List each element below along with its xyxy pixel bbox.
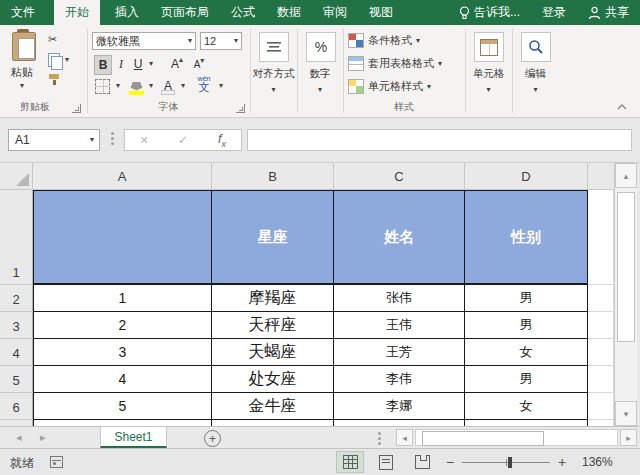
normal-view-button[interactable] xyxy=(336,451,364,473)
row-header[interactable]: 2 xyxy=(0,285,33,312)
scroll-down-button[interactable]: ▾ xyxy=(615,401,637,426)
sheet-tab-sheet1[interactable]: Sheet1 xyxy=(100,427,167,448)
font-size-select[interactable]: 12 ▾ xyxy=(200,32,242,50)
cell[interactable] xyxy=(588,312,614,339)
cell[interactable]: 姓名 xyxy=(334,190,465,285)
cell[interactable] xyxy=(588,366,614,393)
vertical-scrollbar[interactable]: ▴ ▾ xyxy=(614,163,637,426)
column-header-B[interactable]: B xyxy=(212,163,334,189)
cell[interactable]: 张伟 xyxy=(334,285,465,312)
cells-group[interactable]: 单元格 ▾ xyxy=(466,25,511,117)
font-color-button[interactable]: A xyxy=(160,77,176,95)
cell[interactable]: 李伟 xyxy=(334,366,465,393)
cell[interactable] xyxy=(33,190,212,285)
select-all-corner[interactable] xyxy=(0,163,33,189)
tab-page-layout[interactable]: 页面布局 xyxy=(150,0,220,25)
tab-review[interactable]: 审阅 xyxy=(312,0,358,25)
cell[interactable]: 2 xyxy=(33,312,212,339)
row-header[interactable]: 5 xyxy=(0,366,33,393)
borders-button[interactable] xyxy=(94,77,111,95)
underline-dropdown[interactable]: ▾ xyxy=(146,55,156,73)
scroll-left-button[interactable]: ◂ xyxy=(396,429,413,446)
sheet-next-button[interactable]: ▸ xyxy=(40,431,46,444)
cell-styles-button[interactable]: 单元格样式 ▾ xyxy=(348,79,431,94)
editing-group[interactable]: 编辑 ▾ xyxy=(513,25,558,117)
cell[interactable]: 天蝎座 xyxy=(212,339,334,366)
vertical-scroll-thumb[interactable] xyxy=(617,192,635,342)
column-header-D[interactable]: D xyxy=(465,163,588,189)
cell[interactable] xyxy=(588,285,614,312)
tab-view[interactable]: 视图 xyxy=(358,0,404,25)
clipboard-dialog-launcher[interactable] xyxy=(72,104,81,113)
cell[interactable]: 摩羯座 xyxy=(212,285,334,312)
italic-button[interactable]: I xyxy=(114,55,128,73)
phonetic-dropdown[interactable]: ▾ xyxy=(216,77,226,95)
cell[interactable]: 王伟 xyxy=(334,312,465,339)
zoom-in-button[interactable]: + xyxy=(558,454,566,470)
bold-button[interactable]: B xyxy=(94,55,112,75)
cell[interactable]: 4 xyxy=(33,366,212,393)
zoom-slider[interactable] xyxy=(462,462,550,463)
tab-insert[interactable]: 插入 xyxy=(104,0,150,25)
fill-color-button[interactable] xyxy=(128,77,145,95)
font-color-dropdown[interactable]: ▾ xyxy=(178,77,188,95)
formula-input[interactable] xyxy=(247,129,632,151)
phonetic-guide-button[interactable]: wén 文 xyxy=(194,75,214,93)
share-button[interactable]: 共享 xyxy=(577,0,640,25)
column-header-E-sliver[interactable] xyxy=(588,163,614,189)
tab-data[interactable]: 数据 xyxy=(266,0,312,25)
cell[interactable] xyxy=(588,190,614,285)
format-as-table-button[interactable]: 套用表格格式 ▾ xyxy=(348,56,442,71)
cell[interactable] xyxy=(588,393,614,420)
cell[interactable]: 王芳 xyxy=(334,339,465,366)
copy-button[interactable]: ▾ xyxy=(48,53,69,67)
font-dialog-launcher[interactable] xyxy=(236,104,245,113)
cut-button[interactable]: ✂ xyxy=(48,33,57,46)
scroll-up-button[interactable]: ▴ xyxy=(615,163,637,188)
cell[interactable]: 5 xyxy=(33,393,212,420)
row-header[interactable]: 3 xyxy=(0,312,33,339)
column-header-A[interactable]: A xyxy=(33,163,212,189)
zoom-out-button[interactable]: − xyxy=(446,454,454,470)
tab-home[interactable]: 开始 xyxy=(54,0,100,25)
horizontal-scroll-thumb[interactable] xyxy=(422,431,544,446)
collapse-ribbon-button[interactable] xyxy=(616,101,628,113)
cell[interactable]: 男 xyxy=(465,366,588,393)
number-group[interactable]: % 数字 ▾ xyxy=(298,25,342,117)
new-sheet-button[interactable]: + xyxy=(204,430,221,447)
conditional-formatting-button[interactable]: 条件格式 ▾ xyxy=(348,33,420,48)
row-header[interactable]: 1 xyxy=(0,190,33,285)
page-break-view-button[interactable] xyxy=(408,451,436,473)
column-header-C[interactable]: C xyxy=(334,163,465,189)
decrease-font-button[interactable]: A▾ xyxy=(190,55,208,73)
sign-in-button[interactable]: 登录 xyxy=(531,0,577,25)
macro-record-icon[interactable] xyxy=(50,456,63,468)
cell[interactable]: 李娜 xyxy=(334,393,465,420)
cell[interactable] xyxy=(588,339,614,366)
sheet-prev-button[interactable]: ◂ xyxy=(16,431,22,444)
paste-button[interactable]: 粘贴 ▾ xyxy=(0,25,44,99)
cell[interactable]: 处女座 xyxy=(212,366,334,393)
insert-function-button[interactable]: fx xyxy=(218,131,226,149)
cell[interactable]: 男 xyxy=(465,285,588,312)
cell[interactable]: 性别 xyxy=(465,190,588,285)
horizontal-scrollbar[interactable] xyxy=(415,429,618,446)
increase-font-button[interactable]: A▴ xyxy=(168,55,186,73)
cell[interactable]: 星座 xyxy=(212,190,334,285)
scroll-right-button[interactable]: ▸ xyxy=(620,429,637,446)
tabbar-splitter-icon[interactable] xyxy=(378,432,381,447)
cell[interactable]: 3 xyxy=(33,339,212,366)
underline-button[interactable]: U xyxy=(130,55,146,73)
cell[interactable]: 天秤座 xyxy=(212,312,334,339)
cancel-button[interactable]: × xyxy=(140,132,148,148)
tab-formulas[interactable]: 公式 xyxy=(220,0,266,25)
zoom-slider-handle[interactable] xyxy=(508,457,512,468)
enter-button[interactable]: ✓ xyxy=(178,133,188,147)
cell[interactable]: 1 xyxy=(33,285,212,312)
tell-me-box[interactable]: 告诉我... xyxy=(448,0,531,25)
zoom-level[interactable]: 136% xyxy=(582,455,613,469)
cell[interactable]: 男 xyxy=(465,312,588,339)
format-painter-button[interactable] xyxy=(48,73,60,85)
cell[interactable]: 金牛座 xyxy=(212,393,334,420)
row-header[interactable]: 4 xyxy=(0,339,33,366)
